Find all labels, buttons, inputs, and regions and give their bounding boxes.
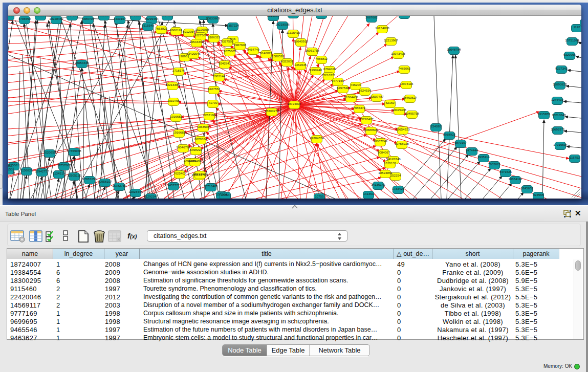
svg-text:1916682: 1916682	[170, 115, 183, 118]
svg-text:12942757: 12942757	[35, 169, 49, 173]
svg-text:10755: 10755	[315, 194, 324, 198]
svg-text:16961758: 16961758	[305, 49, 319, 52]
svg-text:1588520: 1588520	[272, 54, 285, 58]
svg-text:8186323: 8186323	[208, 35, 221, 39]
svg-text:4439167: 4439167	[114, 17, 126, 20]
svg-text:5682115: 5682115	[98, 16, 110, 17]
svg-text:10958107: 10958107	[98, 180, 112, 183]
svg-text:8454749: 8454749	[247, 48, 260, 51]
svg-text:1134519: 1134519	[53, 171, 65, 175]
svg-text:7986372: 7986372	[353, 106, 366, 110]
svg-text:23706266: 23706266	[128, 16, 143, 17]
svg-text:25300273: 25300273	[265, 109, 279, 113]
svg-text:8322037: 8322037	[281, 59, 294, 63]
svg-text:19218506: 19218506	[275, 23, 290, 26]
svg-text:15716485: 15716485	[204, 184, 218, 188]
svg-text:7515540: 7515540	[142, 24, 155, 27]
svg-text:1362635: 1362635	[294, 63, 307, 67]
svg-text:6497548: 6497548	[337, 86, 350, 90]
svg-text:17359938: 17359938	[67, 149, 81, 152]
svg-text:10973493: 10973493	[391, 52, 405, 55]
svg-text:12213967: 12213967	[384, 38, 398, 42]
svg-text:8267190: 8267190	[203, 113, 216, 117]
svg-text:15692971: 15692971	[551, 127, 565, 131]
svg-text:17957253: 17957253	[82, 177, 97, 181]
svg-text:924565: 924565	[533, 193, 544, 196]
svg-text:4099489: 4099489	[189, 159, 202, 163]
svg-text:10688609: 10688609	[364, 128, 378, 132]
svg-text:7663822: 7663822	[155, 27, 168, 30]
svg-text:10025438: 10025438	[392, 108, 406, 112]
svg-text:9375685: 9375685	[224, 49, 236, 53]
svg-text:141361: 141361	[363, 192, 374, 195]
svg-text:8215955: 8215955	[538, 112, 551, 116]
svg-text:18807249: 18807249	[373, 139, 387, 143]
svg-text:15751074: 15751074	[565, 38, 579, 42]
svg-text:21364436: 21364436	[344, 95, 358, 99]
svg-text:6794028: 6794028	[323, 67, 336, 71]
svg-text:10756928: 10756928	[395, 142, 409, 145]
svg-text:41700: 41700	[208, 101, 217, 104]
svg-text:26053346: 26053346	[75, 61, 89, 64]
svg-text:15720407: 15720407	[359, 117, 374, 121]
svg-text:12973115: 12973115	[399, 82, 413, 85]
svg-text:6879197: 6879197	[454, 141, 467, 144]
svg-text:16648784: 16648784	[447, 48, 461, 51]
svg-text:1156829: 1156829	[20, 168, 33, 172]
svg-text:7625402: 7625402	[173, 171, 186, 175]
svg-text:1244419: 1244419	[551, 98, 564, 101]
svg-text:8912954: 8912954	[183, 30, 195, 33]
svg-text:8813054: 8813054	[267, 16, 280, 17]
svg-text:7485063: 7485063	[398, 67, 411, 70]
svg-text:13495758: 13495758	[405, 112, 419, 115]
svg-text:2967608: 2967608	[234, 43, 247, 47]
svg-text:1916682: 1916682	[173, 130, 186, 134]
svg-text:8471626: 8471626	[499, 170, 512, 173]
svg-text:23420046: 23420046	[186, 52, 201, 55]
svg-text:9245652: 9245652	[521, 186, 534, 190]
svg-text:16046766: 16046766	[176, 145, 190, 149]
svg-text:9227343: 9227343	[555, 67, 568, 70]
svg-text:1112: 1112	[574, 25, 580, 29]
svg-text:1839221: 1839221	[34, 16, 47, 17]
svg-text:129234: 129234	[146, 194, 157, 198]
svg-text:18640910: 18640910	[294, 39, 308, 43]
svg-text:62160: 62160	[385, 101, 395, 104]
svg-text:15210721: 15210721	[321, 73, 336, 77]
svg-text:10228452: 10228452	[49, 17, 63, 20]
svg-text:7357224: 7357224	[227, 24, 239, 27]
svg-text:18463627: 18463627	[403, 96, 417, 99]
svg-text:10654112: 10654112	[508, 177, 522, 181]
svg-text:39153: 39153	[8, 167, 13, 171]
svg-text:22455603: 22455603	[8, 16, 16, 17]
svg-text:9217207: 9217207	[66, 16, 79, 17]
svg-text:3624534: 3624534	[359, 89, 372, 92]
svg-text:9146821: 9146821	[260, 51, 273, 55]
svg-text:116753: 116753	[570, 156, 580, 159]
svg-text:12505135: 12505135	[67, 173, 81, 177]
svg-text:10033809: 10033809	[206, 16, 220, 20]
svg-text:2687682: 2687682	[365, 16, 378, 19]
svg-text:9084067: 9084067	[378, 150, 390, 154]
svg-text:16154808: 16154808	[375, 26, 389, 30]
svg-text:4735650: 4735650	[18, 17, 31, 20]
svg-text:9777169: 9777169	[332, 79, 344, 82]
svg-text:2935114: 2935114	[477, 155, 490, 159]
svg-text:8660124: 8660124	[170, 28, 183, 32]
svg-text:746206: 746206	[351, 83, 361, 86]
svg-text:16543362: 16543362	[189, 40, 204, 43]
svg-text:1010755: 1010755	[167, 99, 180, 102]
svg-text:19384554: 19384554	[310, 136, 324, 140]
svg-text:1990448: 1990448	[310, 68, 322, 72]
svg-text:7955812: 7955812	[315, 57, 328, 60]
svg-text:154095: 154095	[431, 124, 442, 128]
svg-text:12213383: 12213383	[165, 83, 180, 86]
svg-text:9327509: 9327509	[194, 33, 207, 37]
svg-text:7632621: 7632621	[488, 162, 501, 166]
svg-text:16782759: 16782759	[112, 184, 126, 187]
svg-text:8489709: 8489709	[82, 17, 95, 20]
svg-text:17164: 17164	[221, 193, 230, 196]
svg-text:11325419: 11325419	[286, 31, 300, 34]
svg-text:8427552: 8427552	[208, 87, 221, 91]
svg-text:18724007: 18724007	[287, 102, 301, 105]
